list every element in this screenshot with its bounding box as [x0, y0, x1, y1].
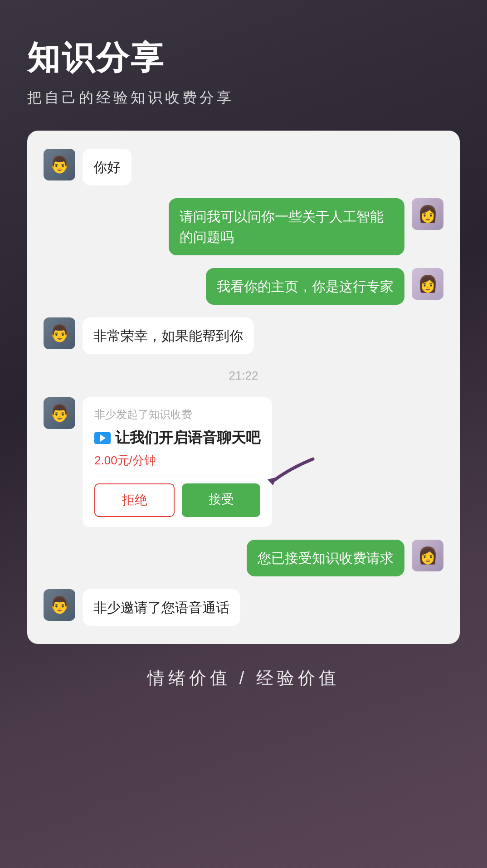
bubble-text: 您已接受知识收费请求: [247, 540, 404, 576]
knowledge-payment-card: 非少发起了知识收费 让我们开启语音聊天吧 2.00元/分钟 拒绝 接受: [83, 397, 272, 527]
arrow-svg: [263, 454, 317, 491]
message-row: 👩 请问我可以问你一些关于人工智能的问题吗: [44, 198, 443, 255]
avatar-man-4: 👨: [44, 589, 75, 621]
message-row: 👨 非少邀请了您语音通话: [44, 589, 443, 626]
bubble-text: 非常荣幸，如果能帮到你: [83, 317, 254, 354]
bubble-text: 非少邀请了您语音通话: [83, 589, 240, 626]
video-call-icon: [94, 432, 111, 444]
knowledge-card-label: 非少发起了知识收费: [94, 407, 260, 422]
bubble-text: 请问我可以问你一些关于人工智能的问题吗: [169, 198, 404, 255]
arrow-annotation: [263, 454, 317, 493]
avatar-woman-1: 👩: [412, 198, 443, 230]
sub-title: 把自己的经验知识收费分享: [27, 88, 460, 108]
footer-text: 情绪价值 / 经验价值: [147, 667, 340, 690]
bubble-text: 我看你的主页，你是这行专家: [206, 268, 404, 305]
avatar-man-2: 👨: [44, 317, 75, 349]
main-title: 知识分享: [27, 36, 460, 80]
reject-button[interactable]: 拒绝: [94, 483, 175, 517]
avatar-man-3: 👨: [44, 397, 75, 429]
knowledge-card-title: 让我们开启语音聊天吧: [94, 428, 260, 448]
message-row: 👩 您已接受知识收费请求: [44, 540, 443, 576]
knowledge-card-row: 👨 非少发起了知识收费 让我们开启语音聊天吧 2.00元/分钟 拒绝 接受: [44, 397, 443, 527]
chat-card: 👨 你好 👩 请问我可以问你一些关于人工智能的问题吗 👩 我看你的主页，你是这行…: [27, 131, 460, 644]
avatar-man-1: 👨: [44, 149, 75, 180]
bubble-text: 你好: [83, 149, 131, 185]
card-divider: [94, 477, 260, 477]
page-header: 知识分享 把自己的经验知识收费分享: [27, 36, 460, 108]
message-row: 👨 非常荣幸，如果能帮到你: [44, 317, 443, 354]
message-row: 👨 你好: [44, 149, 443, 185]
avatar-woman-2: 👩: [412, 268, 443, 300]
price-text: 2.00元/分钟: [94, 453, 260, 468]
avatar-woman-3: 👩: [412, 540, 443, 571]
chat-timestamp: 21:22: [44, 369, 443, 383]
message-row: 👩 我看你的主页，你是这行专家: [44, 268, 443, 305]
card-buttons: 拒绝 接受: [94, 483, 260, 517]
accept-button[interactable]: 接受: [182, 483, 260, 517]
knowledge-card-title-text: 让我们开启语音聊天吧: [115, 428, 260, 448]
